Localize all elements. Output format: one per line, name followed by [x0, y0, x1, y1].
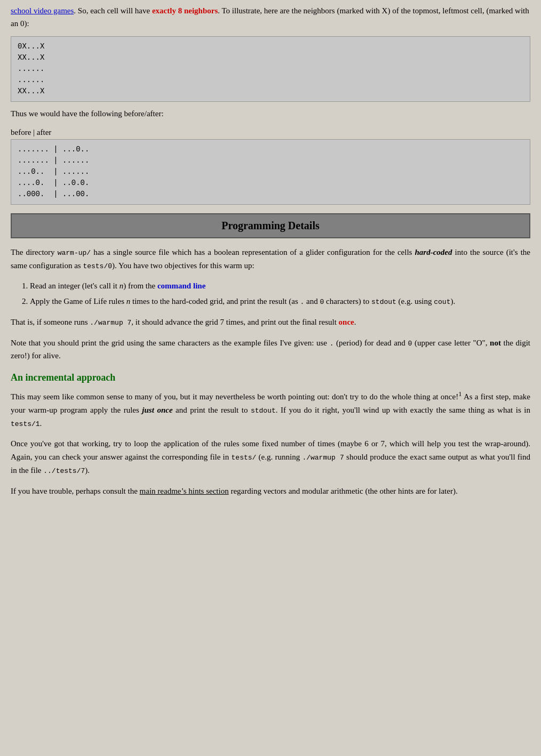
incremental-para2: Once you've got that working, try to loo…	[11, 437, 530, 477]
incremental-para1: This may seem like common sense to many …	[11, 389, 530, 430]
main-readme-hints-link[interactable]: main readme’s hints section	[140, 487, 229, 495]
para6-part1: If you have trouble, perhaps consult the	[11, 487, 140, 495]
objectives-list: Read an integer (let's call it n) from t…	[30, 279, 530, 308]
ba-line-5: ..000. | ...00.	[18, 189, 523, 200]
ba-line-2: ....... | ......	[18, 155, 523, 166]
just-once-text: just once	[142, 406, 172, 414]
section-title: Programming Details	[17, 220, 524, 232]
page-container: school video games. So, each cell will h…	[0, 0, 541, 756]
before-after-table: ....... | ...0.. ....... | ...... ...0..…	[11, 139, 530, 205]
neighbors-code-block: 0X...X XX...X ...... ...... XX...X	[11, 36, 530, 102]
code-line-1: 0X...X	[18, 41, 523, 52]
objective-2: Apply the Game of Life rules n times to …	[30, 295, 530, 308]
warmup-dir-code: warm-up/	[58, 249, 91, 257]
prog-details-para3: Note that you should print the grid usin…	[11, 336, 530, 363]
command-line-text: command line	[157, 282, 205, 290]
warmup7-code2: ./warmup 7	[302, 454, 344, 462]
intro-paragraph: school video games. So, each cell will h…	[11, 4, 530, 30]
stdout-code2: stdout	[251, 407, 276, 415]
tests1-code: tests/1	[11, 420, 40, 428]
warmup7-code: ./warmup 7	[90, 319, 131, 327]
ba-line-1: ....... | ...0..	[18, 144, 523, 155]
before-after-label: before | after	[11, 128, 530, 137]
code-line-5: XX...X	[18, 86, 523, 97]
stdout-code: stdout	[371, 298, 396, 306]
prog-details-para2: That is, if someone runs ./warmup 7, it …	[11, 316, 530, 329]
incremental-approach-heading: An incremental approach	[11, 372, 530, 383]
content-area: school video games. So, each cell will h…	[0, 0, 541, 516]
code-line-4: ......	[18, 75, 523, 86]
once-text: once	[339, 318, 354, 326]
code-line-2: XX...X	[18, 52, 523, 63]
incremental-para3: If you have trouble, perhaps consult the…	[11, 485, 530, 498]
period-code2: .	[330, 340, 334, 348]
tests0-code: tests/0	[83, 262, 112, 270]
period-code: .	[300, 298, 305, 306]
intro-text-part2: . So, each cell will have	[74, 6, 152, 15]
para6-part2: regarding vectors and modular arithmetic…	[229, 487, 458, 495]
objective-1: Read an integer (let's call it n) from t…	[30, 279, 530, 293]
hard-coded-text: hard-coded	[415, 248, 452, 256]
code-line-3: ......	[18, 63, 523, 75]
programming-details-header: Programming Details	[11, 213, 530, 238]
footnote-1: 1	[458, 390, 462, 398]
before-after-intro: Thus we would have the following before/…	[11, 107, 530, 120]
O-code: 0	[408, 340, 412, 348]
prog-details-para1: The directory warm-up/ has a single sour…	[11, 246, 530, 272]
not-text: not	[490, 339, 501, 347]
tests7-code: ../tests/7	[43, 467, 85, 475]
ba-line-4: ....0. | ..0.0.	[18, 178, 523, 189]
ba-line-3: ...0.. | ......	[18, 166, 523, 178]
cout-code: cout	[434, 298, 450, 306]
school-video-games-link[interactable]: school video games	[11, 6, 74, 15]
zero-code: 0	[320, 298, 324, 306]
tests-dir-code: tests/	[232, 454, 257, 462]
exactly-8-neighbors-text: exactly 8 neighbors	[152, 6, 218, 15]
